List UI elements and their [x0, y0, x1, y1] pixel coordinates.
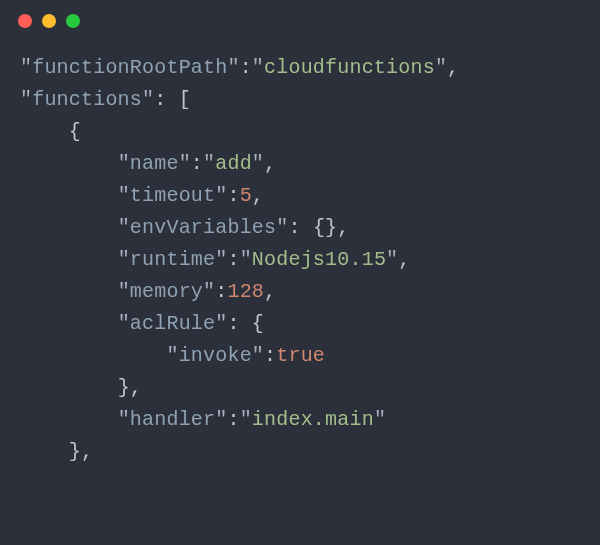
key-name: name: [130, 152, 179, 175]
val-invoke: true: [276, 344, 325, 367]
val-functionRootPath: cloudfunctions: [264, 56, 435, 79]
key-invoke: invoke: [179, 344, 252, 367]
val-timeout: 5: [240, 184, 252, 207]
val-name: add: [215, 152, 252, 175]
key-runtime: runtime: [130, 248, 215, 271]
key-timeout: timeout: [130, 184, 215, 207]
val-runtime: Nodejs10.15: [252, 248, 386, 271]
key-envVariables: envVariables: [130, 216, 276, 239]
key-functions: functions: [32, 88, 142, 111]
code-block: "functionRootPath":"cloudfunctions", "fu…: [0, 34, 600, 468]
window-titlebar: [0, 0, 600, 34]
key-memory: memory: [130, 280, 203, 303]
close-icon[interactable]: [18, 14, 32, 28]
key-aclRule: aclRule: [130, 312, 215, 335]
minimize-icon[interactable]: [42, 14, 56, 28]
zoom-icon[interactable]: [66, 14, 80, 28]
val-envVariables: {}: [313, 216, 337, 239]
val-memory: 128: [227, 280, 264, 303]
val-handler: index.main: [252, 408, 374, 431]
key-functionRootPath: functionRootPath: [32, 56, 227, 79]
key-handler: handler: [130, 408, 215, 431]
